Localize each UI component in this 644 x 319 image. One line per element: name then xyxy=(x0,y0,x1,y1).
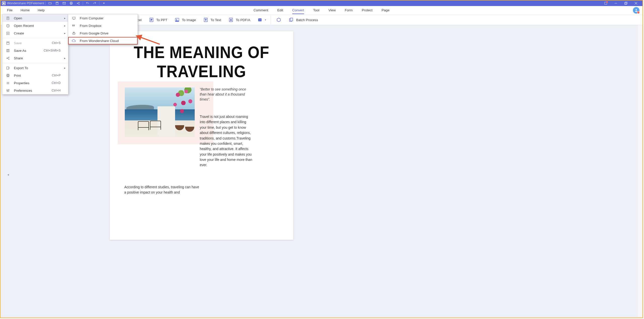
print-icon xyxy=(5,73,10,78)
image-icon xyxy=(174,17,180,23)
plus-icon xyxy=(5,31,10,36)
vertical-scrollbar[interactable] xyxy=(638,25,642,317)
tab-edit[interactable]: Edit xyxy=(273,6,288,15)
chevron-right-icon: ▸ xyxy=(64,66,66,70)
left-panel-toggle[interactable]: ◂ xyxy=(7,171,10,178)
batch-process-button[interactable]: Batch Process xyxy=(285,15,321,25)
document-canvas[interactable]: ◂ ▸ THE MEANING OF TRAVELING “Better to … xyxy=(1,25,642,317)
chevron-right-icon: ▸ xyxy=(64,17,66,20)
file-menu: Open ▸ Open Recent ▸ Create ▸ Save Ctrl+… xyxy=(2,14,68,95)
to-ppt-button[interactable]: P To PPT xyxy=(145,15,171,25)
titlebar: Wondershare PDFelement xyxy=(1,1,642,6)
chevron-right-icon: ▸ xyxy=(64,57,66,60)
minimize-icon[interactable] xyxy=(611,1,621,6)
shortcut: Ctrl+H xyxy=(52,89,61,92)
tab-convert[interactable]: Convert xyxy=(288,6,308,15)
undo-icon[interactable] xyxy=(84,1,91,6)
svg-point-57 xyxy=(7,90,7,90)
hexagon-icon xyxy=(276,17,281,23)
hexagon-button[interactable] xyxy=(272,15,285,25)
file-menu-open[interactable]: Open ▸ xyxy=(2,14,68,22)
file-menu-share-label: Share xyxy=(14,56,23,60)
user-avatar[interactable] xyxy=(633,7,639,14)
svg-point-43 xyxy=(8,51,8,52)
app-title: Wondershare PDFelement xyxy=(7,2,44,5)
open-from-google-drive[interactable]: From Google Drive xyxy=(68,29,138,37)
menubar: File Home Help Comment Edit Convert Tool… xyxy=(1,6,642,15)
file-menu-open-label: Open xyxy=(14,16,22,20)
close-icon[interactable] xyxy=(631,1,641,6)
saveas-icon xyxy=(5,48,10,53)
divider xyxy=(45,2,46,5)
print-icon[interactable] xyxy=(68,1,75,6)
batch-label: Batch Process xyxy=(296,18,318,22)
divider xyxy=(99,2,99,5)
divider xyxy=(83,2,83,5)
separator xyxy=(2,63,68,63)
menu-home[interactable]: Home xyxy=(17,6,34,15)
shortcut: Ctrl+Shift+S xyxy=(44,49,61,52)
svg-text:T: T xyxy=(205,19,207,21)
svg-point-10 xyxy=(79,4,79,4)
file-menu-export[interactable]: Export To ▸ xyxy=(2,64,68,72)
more-icon[interactable] xyxy=(100,1,107,6)
window-settings-icon[interactable] xyxy=(601,1,611,6)
tab-tool[interactable]: Tool xyxy=(309,6,324,15)
file-menu-preferences-label: Preferences xyxy=(14,89,32,93)
ppt-icon: P xyxy=(149,17,154,23)
sliders-icon xyxy=(5,88,10,93)
save-icon[interactable] xyxy=(54,1,61,6)
svg-rect-42 xyxy=(7,49,9,50)
file-menu-open-recent[interactable]: Open Recent ▸ xyxy=(2,22,68,29)
clock-icon xyxy=(5,23,10,28)
to-ppt-label: To PPT xyxy=(156,18,167,22)
open-folder-icon[interactable] xyxy=(47,1,54,6)
to-image-button[interactable]: To Image xyxy=(171,15,199,25)
svg-point-44 xyxy=(7,58,7,59)
mail-icon[interactable] xyxy=(61,1,68,6)
cloud-icon xyxy=(71,38,76,43)
open-from-computer[interactable]: From Computer xyxy=(68,14,138,22)
to-pdfa-button[interactable]: A To PDF/A xyxy=(225,15,254,25)
app-logo xyxy=(2,2,6,5)
open-from-dropbox[interactable]: From Dropbox xyxy=(68,22,138,29)
file-menu-share[interactable]: Share ▸ xyxy=(2,54,68,62)
doc-icon xyxy=(5,16,10,21)
menu-file[interactable]: File xyxy=(3,6,17,15)
file-menu-properties-label: Properties xyxy=(14,81,29,85)
svg-rect-60 xyxy=(72,17,75,19)
redo-icon[interactable] xyxy=(91,1,98,6)
tab-comment[interactable]: Comment xyxy=(249,6,273,15)
shortcut: Ctrl+P xyxy=(52,74,61,77)
file-menu-create[interactable]: Create ▸ xyxy=(2,29,68,37)
annotation-arrow xyxy=(138,36,161,46)
svg-text:A: A xyxy=(230,19,232,21)
tab-page[interactable]: Page xyxy=(377,6,394,15)
chevron-right-icon: ▸ xyxy=(64,24,66,27)
svg-point-21 xyxy=(176,19,177,20)
tab-protect[interactable]: Protect xyxy=(357,6,377,15)
share-icon[interactable] xyxy=(75,1,82,6)
open-from-wondershare-cloud[interactable]: From Wondershare Cloud xyxy=(68,37,138,44)
more-convert-button[interactable]: ▾ xyxy=(254,15,271,25)
maximize-icon[interactable] xyxy=(621,1,631,6)
file-menu-print[interactable]: Print Ctrl+P xyxy=(2,72,68,79)
file-menu-save-as[interactable]: Save As Ctrl+Shift+S xyxy=(2,47,68,54)
to-text-button[interactable]: T To Text xyxy=(199,15,225,25)
file-menu-preferences[interactable]: Preferences Ctrl+H xyxy=(2,87,68,94)
svg-point-46 xyxy=(9,59,9,60)
file-menu-properties[interactable]: Properties Ctrl+D xyxy=(2,79,68,87)
file-menu-print-label: Print xyxy=(14,74,21,77)
document-quote: “Better to see something once than hear … xyxy=(200,87,250,102)
document-paragraph-2: According to different studies, travelin… xyxy=(124,185,200,195)
pdf-page: THE MEANING OF TRAVELING “Better to see … xyxy=(110,31,293,240)
document-paragraph-1: Travel is not just about roaming into di… xyxy=(200,114,253,168)
menu-help[interactable]: Help xyxy=(34,6,49,15)
to-pdfa-label: To PDF/A xyxy=(236,18,250,22)
tab-form[interactable]: Form xyxy=(340,6,357,15)
tab-view[interactable]: View xyxy=(324,6,340,15)
document-title: THE MEANING OF TRAVELING xyxy=(117,43,286,81)
svg-rect-13 xyxy=(625,3,627,5)
chevron-right-icon: ▸ xyxy=(64,32,66,35)
to-text-label: To Text xyxy=(211,18,221,22)
